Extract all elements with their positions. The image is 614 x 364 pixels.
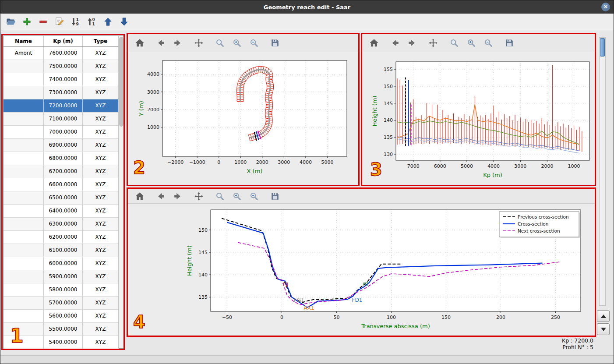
- scroll-down-button[interactable]: [597, 323, 610, 335]
- cell-name: [4, 126, 44, 138]
- pan-icon: [194, 191, 204, 201]
- svg-text:150: 150: [441, 315, 451, 320]
- move-up-button[interactable]: [102, 16, 114, 28]
- svg-text:150: 150: [198, 227, 208, 233]
- svg-text:−2000: −2000: [167, 159, 183, 165]
- table-row[interactable]: 5600.0000XYZ: [4, 310, 119, 323]
- cell-name: [4, 73, 44, 86]
- home-button[interactable]: [367, 37, 381, 49]
- zoom-button[interactable]: [213, 191, 226, 202]
- cross-section-chart[interactable]: −50050100150200250135140145150Transverse…: [128, 204, 595, 335]
- zoom-button[interactable]: [448, 37, 461, 49]
- zoom-in-icon: [466, 38, 476, 48]
- table-row[interactable]: 7500.0000XYZ: [4, 60, 119, 73]
- pan-icon: [428, 38, 438, 48]
- table-row[interactable]: 6000.0000XYZ: [4, 257, 119, 270]
- cell-kp: 7200.0000: [44, 99, 83, 112]
- table-row[interactable]: 7300.0000XYZ: [4, 86, 119, 99]
- zoom-out-button[interactable]: [247, 37, 261, 49]
- svg-text:7000: 7000: [407, 163, 420, 169]
- cell-name: [4, 218, 44, 230]
- cell-type: XYZ: [83, 218, 119, 230]
- back-button[interactable]: [154, 37, 167, 49]
- longitudinal-profile-chart[interactable]: 7000600050004000300020001000130135140145…: [362, 52, 595, 185]
- table-body: Amont7600.0000XYZ7500.0000XYZ7400.0000XY…: [4, 47, 119, 349]
- zoom-out-button[interactable]: [482, 37, 495, 49]
- table-row[interactable]: 7400.0000XYZ: [4, 73, 119, 86]
- cell-name: [4, 60, 44, 73]
- cell-kp: 6500.0000: [44, 191, 83, 204]
- table-row[interactable]: 6300.0000XYZ: [4, 218, 119, 231]
- table-row[interactable]: 5800.0000XYZ: [4, 283, 119, 297]
- forward-button[interactable]: [171, 191, 184, 202]
- open-file-button[interactable]: [5, 16, 17, 28]
- home-button[interactable]: [133, 191, 146, 202]
- edit-profile-button[interactable]: [53, 16, 65, 28]
- forward-icon: [407, 38, 417, 48]
- table-row[interactable]: 6400.0000XYZ: [4, 205, 119, 218]
- forward-button[interactable]: [406, 37, 419, 49]
- column-header-name[interactable]: Name: [4, 36, 44, 46]
- table-row[interactable]: 6900.0000XYZ: [4, 139, 119, 152]
- vertical-scrollbar[interactable]: [599, 37, 606, 306]
- cell-type: XYZ: [83, 310, 119, 322]
- table-row[interactable]: Amont7600.0000XYZ: [4, 47, 119, 60]
- zoom-out-button[interactable]: [247, 191, 261, 202]
- pan-button[interactable]: [192, 191, 205, 202]
- table-row[interactable]: 5500.0000XYZ: [4, 323, 119, 336]
- cell-name: [4, 270, 44, 283]
- sort-ascending-button[interactable]: [86, 16, 98, 28]
- table-row[interactable]: 6200.0000XYZ: [4, 231, 119, 244]
- save-button[interactable]: [268, 37, 282, 49]
- table-scrollbar-thumb[interactable]: [119, 37, 124, 127]
- plan-view-panel: −2000−1000010002000300040005000100020003…: [128, 34, 358, 185]
- table-row[interactable]: 6500.0000XYZ: [4, 191, 119, 205]
- pan-button[interactable]: [427, 37, 440, 49]
- save-button[interactable]: [268, 191, 282, 202]
- cell-type: XYZ: [83, 47, 119, 60]
- table-row[interactable]: 6600.0000XYZ: [4, 178, 119, 191]
- scroll-up-button[interactable]: [597, 310, 610, 322]
- close-button[interactable]: ×: [601, 3, 610, 11]
- table-row[interactable]: 6800.0000XYZ: [4, 152, 119, 165]
- home-button[interactable]: [133, 37, 146, 49]
- column-header-type[interactable]: Type: [83, 36, 119, 46]
- svg-text:Kp (m): Kp (m): [483, 172, 502, 178]
- column-header-kp[interactable]: Kp (m): [44, 36, 83, 46]
- back-button[interactable]: [388, 37, 402, 49]
- table-row[interactable]: 6100.0000XYZ: [4, 244, 119, 257]
- vertical-scrollbar-thumb[interactable]: [600, 38, 605, 57]
- pan-button[interactable]: [192, 37, 205, 49]
- home-icon: [369, 38, 379, 48]
- remove-profile-button[interactable]: [37, 16, 49, 28]
- plan-view-chart[interactable]: −2000−1000010002000300040005000100020003…: [128, 52, 358, 185]
- table-row[interactable]: 5400.0000XYZ: [4, 336, 119, 349]
- svg-text:155: 155: [384, 67, 393, 72]
- table-row[interactable]: 7200.0000XYZ: [4, 99, 119, 113]
- plan-view-toolbar: [128, 34, 358, 52]
- cell-kp: 5500.0000: [44, 323, 83, 336]
- zoom-in-button[interactable]: [465, 37, 478, 49]
- svg-text:150: 150: [384, 84, 393, 89]
- zoom-in-button[interactable]: [230, 37, 243, 49]
- table-scrollbar[interactable]: [118, 36, 124, 348]
- table-row[interactable]: 7100.0000XYZ: [4, 113, 119, 126]
- cell-name: Amont: [4, 47, 44, 60]
- zoom-in-button[interactable]: [230, 191, 243, 202]
- sort-descending-button[interactable]: [70, 16, 81, 28]
- table-row[interactable]: 5900.0000XYZ: [4, 270, 119, 283]
- table-row[interactable]: 5700.0000XYZ: [4, 297, 119, 310]
- save-button[interactable]: [503, 37, 516, 49]
- move-down-button[interactable]: [118, 16, 130, 28]
- back-button[interactable]: [154, 191, 167, 202]
- svg-text:−50: −50: [222, 315, 232, 320]
- table-row[interactable]: 6700.0000XYZ: [4, 165, 119, 178]
- zoom-button[interactable]: [213, 37, 226, 49]
- home-icon: [135, 38, 145, 48]
- svg-text:3000: 3000: [278, 159, 290, 165]
- forward-button[interactable]: [171, 37, 184, 49]
- table-row[interactable]: 7000.0000XYZ: [4, 126, 119, 139]
- add-profile-button[interactable]: [21, 16, 33, 28]
- cell-type: XYZ: [83, 257, 119, 270]
- zoom-out-icon: [483, 38, 493, 48]
